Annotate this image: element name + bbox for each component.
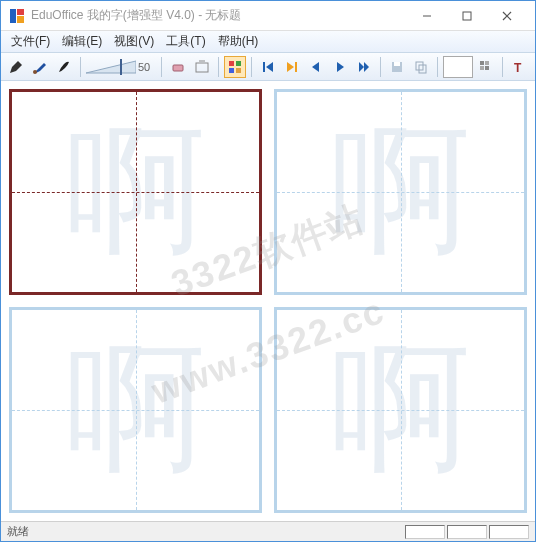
text-tool-icon[interactable]: T [508,56,530,78]
separator [502,57,503,77]
svg-rect-13 [229,61,234,66]
window-controls [407,2,527,30]
separator [380,57,381,77]
practice-cell-4[interactable]: 啊 [274,307,527,513]
practice-cell-3[interactable]: 啊 [9,307,262,513]
menu-file[interactable]: 文件(F) [5,31,56,52]
svg-rect-15 [229,68,234,73]
toolbar: 50 T [1,53,535,81]
play-icon[interactable] [329,56,351,78]
svg-marker-24 [364,62,369,72]
eraser-tool-icon[interactable] [167,56,189,78]
status-panel-3 [489,525,529,539]
first-icon[interactable] [257,56,279,78]
status-panel-2 [447,525,487,539]
titlebar: EduOffice 我的字(增强型 V4.0) - 无标题 [1,1,535,31]
separator [161,57,162,77]
svg-rect-1 [17,9,24,15]
menu-tools[interactable]: 工具(T) [160,31,211,52]
menu-edit[interactable]: 编辑(E) [56,31,108,52]
app-window: EduOffice 我的字(增强型 V4.0) - 无标题 文件(F) 编辑(E… [0,0,536,542]
clear-tool-icon[interactable] [191,56,213,78]
svg-rect-31 [480,66,484,70]
minimize-button[interactable] [407,2,447,30]
svg-marker-21 [312,62,319,72]
svg-text:T: T [514,61,522,74]
canvas-area: 啊 啊 啊 啊 3322软件站 www.3322.cc [1,81,535,521]
separator [218,57,219,77]
svg-rect-16 [236,68,241,73]
svg-rect-29 [480,61,484,65]
svg-rect-2 [17,16,24,23]
pen-tool-icon[interactable] [5,56,27,78]
practice-cell-2[interactable]: 啊 [274,89,527,295]
window-title: EduOffice 我的字(增强型 V4.0) - 无标题 [31,7,407,24]
svg-point-7 [33,70,37,74]
svg-marker-18 [266,62,273,72]
app-icon [9,8,25,24]
status-text: 就绪 [7,524,29,539]
practice-cell-1[interactable]: 啊 [9,89,262,295]
last-icon[interactable] [281,56,303,78]
calligraphy-tool-icon[interactable] [53,56,75,78]
save-icon[interactable] [386,56,408,78]
menubar: 文件(F) 编辑(E) 视图(V) 工具(T) 帮助(H) [1,31,535,53]
status-panel-1 [405,525,445,539]
svg-marker-8 [86,61,136,73]
pattern-icon[interactable] [475,56,497,78]
guide-line-v [136,310,137,510]
svg-rect-30 [485,61,489,65]
grid-toggle-icon[interactable] [224,56,246,78]
fast-forward-icon[interactable] [353,56,375,78]
svg-marker-23 [359,62,364,72]
brush-size-value: 50 [138,61,156,73]
guide-line-v [136,92,137,292]
close-button[interactable] [487,2,527,30]
guide-line-v [401,310,402,510]
color-swatch[interactable] [443,56,473,78]
separator [437,57,438,77]
brush-size-slider[interactable]: 50 [86,59,156,75]
maximize-button[interactable] [447,2,487,30]
menu-help[interactable]: 帮助(H) [212,31,265,52]
svg-marker-19 [287,62,294,72]
svg-marker-22 [337,62,344,72]
svg-rect-32 [485,66,489,70]
svg-rect-11 [196,63,208,72]
svg-rect-4 [463,12,471,20]
guide-line-v [401,92,402,292]
svg-rect-26 [394,62,400,66]
status-right [405,525,529,539]
svg-rect-0 [10,9,16,23]
svg-rect-10 [173,65,183,71]
menu-view[interactable]: 视图(V) [108,31,160,52]
brush-tool-icon[interactable] [29,56,51,78]
statusbar: 就绪 [1,521,535,541]
separator [80,57,81,77]
prev-icon[interactable] [305,56,327,78]
separator [251,57,252,77]
svg-rect-14 [236,61,241,66]
copy-icon[interactable] [410,56,432,78]
